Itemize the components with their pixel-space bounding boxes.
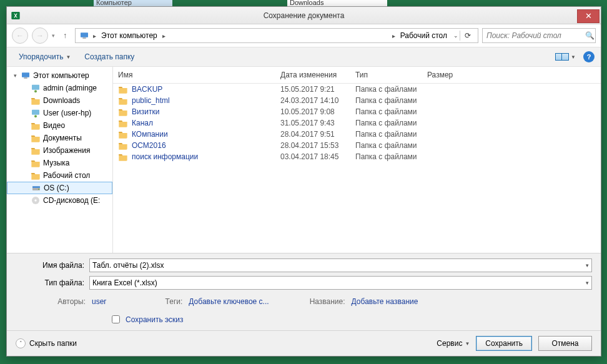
recent-dropdown[interactable]: ▾	[52, 32, 55, 39]
tree-item-label: Этот компьютер	[33, 71, 89, 80]
column-date[interactable]: Дата изменения	[275, 67, 350, 83]
tree-item[interactable]: Документы	[7, 132, 112, 144]
file-date: 24.03.2017 14:10	[275, 96, 350, 105]
back-button[interactable]: ←	[12, 27, 28, 44]
tree-item[interactable]: OS (C:)	[7, 182, 112, 194]
tree-item[interactable]: Downloads	[7, 94, 112, 107]
save-button[interactable]: Сохранить	[476, 336, 532, 351]
filetype-label: Тип файла:	[16, 278, 84, 287]
arrow-up-icon: ↑	[63, 31, 67, 40]
view-mode-button[interactable]: ▼	[553, 52, 578, 62]
expand-icon[interactable]: ▾	[12, 72, 18, 79]
tree-item[interactable]: admin (adminge	[7, 82, 112, 94]
chevron-right-icon: ▸	[92, 32, 97, 39]
list-row[interactable]: КОмпании28.04.2017 9:51Папка с файлами	[113, 129, 601, 140]
help-icon: ?	[587, 53, 591, 61]
column-type[interactable]: Тип	[350, 67, 422, 83]
up-button[interactable]: ↑	[59, 29, 71, 42]
list-row[interactable]: Визитки10.05.2017 9:08Папка с файлами	[113, 106, 601, 117]
tree-item[interactable]: Видео	[7, 119, 112, 132]
tree-item-label: Документы	[43, 134, 82, 142]
pc-icon	[21, 71, 31, 81]
breadcrumb-spacer	[167, 29, 391, 42]
tree-item[interactable]: Рабочий стол	[7, 169, 112, 182]
search-input[interactable]	[483, 31, 585, 40]
excel-doc-icon	[11, 11, 21, 21]
file-type: Папка с файлами	[350, 152, 422, 161]
list-row[interactable]: поиск информации03.04.2017 18:45Папка с …	[113, 151, 601, 162]
filename-label: Имя файла:	[16, 261, 84, 270]
breadcrumb-current[interactable]: Рабочий стол	[397, 29, 451, 42]
footer: ˄ Скрыть папки Сервис ▼ Сохранить Отмена	[7, 330, 601, 356]
svg-rect-3	[82, 37, 86, 38]
nav-row: ← → ▾ ↑ ▸ Этот компьютер ▸ ▸ Рабочий сто…	[7, 24, 601, 47]
folder-tree[interactable]: ▾Этот компьютерadmin (admingeDownloadsUs…	[7, 67, 113, 253]
filename-input[interactable]: Табл. отчёты (2).xlsx ▾	[89, 258, 592, 272]
search-icon[interactable]: 🔍	[585, 31, 595, 40]
folder-icon	[31, 145, 41, 155]
main-area: ▾Этот компьютерadmin (admingeDownloadsUs…	[7, 67, 601, 253]
save-as-dialog: Сохранение документа ✕ ← → ▾ ↑ ▸ Этот ко…	[6, 6, 601, 357]
view-icon	[561, 53, 569, 61]
svg-point-7	[34, 90, 37, 92]
list-row[interactable]: ОСМ201628.04.2017 15:53Папка с файлами	[113, 140, 601, 151]
svg-rect-5	[24, 77, 27, 78]
arrow-left-icon: ←	[16, 31, 24, 40]
cancel-button[interactable]: Отмена	[538, 336, 592, 351]
file-name: public_html	[132, 96, 170, 105]
file-name: Визитки	[132, 107, 159, 116]
tags-value[interactable]: Добавьте ключевое с...	[189, 297, 269, 306]
chevron-up-icon: ˄	[16, 338, 26, 348]
close-button[interactable]: ✕	[577, 9, 600, 23]
organize-button[interactable]: Упорядочить ▼	[13, 49, 76, 64]
breadcrumb-bar[interactable]: ▸ Этот компьютер ▸ ▸ Рабочий стол ⌄ ⟳	[75, 28, 478, 43]
column-size[interactable]: Размер	[422, 67, 472, 83]
file-list[interactable]: Имя Дата изменения Тип Размер BACKUP15.0…	[113, 67, 601, 253]
breadcrumb-root[interactable]: Этот компьютер	[97, 29, 161, 42]
chevron-right-icon: ▸	[391, 32, 397, 39]
filetype-select[interactable]: Книга Excel (*.xlsx) ▾	[89, 276, 592, 290]
hide-folders-label: Скрыть папки	[29, 339, 77, 348]
folder-icon	[118, 119, 128, 127]
tree-item[interactable]: Изображения	[7, 144, 112, 157]
tree-item-label: admin (adminge	[43, 84, 97, 92]
tree-item[interactable]: CD-дисковод (E:	[7, 194, 112, 207]
search-box[interactable]: 🔍	[482, 28, 596, 43]
file-type: Папка с файлами	[350, 141, 422, 150]
list-row[interactable]: public_html24.03.2017 14:10Папка с файла…	[113, 95, 601, 106]
svg-rect-8	[32, 110, 39, 115]
arrow-right-icon: →	[36, 31, 44, 40]
tree-item[interactable]: Музыка	[7, 157, 112, 169]
hide-folders-button[interactable]: ˄ Скрыть папки	[16, 338, 77, 348]
authors-label: Авторы:	[41, 297, 86, 306]
title-meta-value[interactable]: Добавьте название	[352, 297, 418, 306]
file-name: ОСМ2016	[132, 141, 166, 150]
new-folder-button[interactable]: Создать папку	[79, 49, 140, 64]
chevron-right-icon: ▸	[161, 32, 167, 39]
list-row[interactable]: BACKUP15.05.2017 9:21Папка с файлами	[113, 84, 601, 95]
tree-item[interactable]: ▾Этот компьютер	[7, 69, 112, 82]
svg-point-14	[34, 199, 36, 201]
filetype-value: Книга Excel (*.xlsx)	[92, 278, 157, 287]
authors-value[interactable]: user	[92, 297, 106, 306]
help-button[interactable]: ?	[583, 51, 595, 62]
column-name[interactable]: Имя	[113, 67, 275, 83]
save-thumbnail-checkbox[interactable]	[112, 315, 120, 323]
chevron-down-icon[interactable]: ▾	[586, 280, 589, 286]
refresh-button[interactable]: ⟳	[461, 29, 474, 42]
close-icon: ✕	[585, 11, 592, 21]
service-button[interactable]: Сервис ▼	[437, 339, 470, 348]
folder-icon	[118, 130, 128, 139]
forward-button[interactable]: →	[32, 27, 48, 44]
chevron-down-icon[interactable]: ⌄	[453, 32, 458, 39]
list-row[interactable]: Канал31.05.2017 9:43Папка с файлами	[113, 117, 601, 129]
chevron-down-icon[interactable]: ▾	[586, 262, 589, 268]
netfolder-icon	[31, 108, 41, 118]
bottom-panel: Имя файла: Табл. отчёты (2).xlsx ▾ Тип ф…	[7, 253, 601, 330]
refresh-icon: ⟳	[465, 31, 471, 40]
organize-label: Упорядочить	[19, 52, 63, 61]
chevron-down-icon: ▼	[66, 54, 71, 60]
folder-icon	[118, 141, 128, 150]
save-thumbnail-label[interactable]: Сохранить эскиз	[126, 315, 184, 324]
tree-item[interactable]: User (user-hp)	[7, 107, 112, 119]
